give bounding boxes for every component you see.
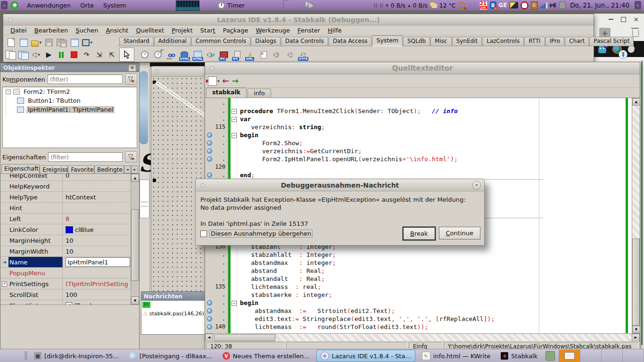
property-row-popupmenu[interactable]: PopupMenu <box>0 268 131 279</box>
palette-tab-chart[interactable]: Chart <box>565 37 589 46</box>
inspector-tab-favoriten[interactable]: Favoriten <box>68 165 94 173</box>
alarm-clock-icon[interactable] <box>520 1 528 9</box>
task-lazarus[interactable]: ✣Lazarus IDE v1.8.4 - Sta... <box>316 350 415 362</box>
trash-applet-icon[interactable] <box>283 1 284 8</box>
components-filter-input[interactable] <box>48 74 123 84</box>
pause-button[interactable] <box>56 49 67 60</box>
task-vivaldi[interactable]: VNeues Thema erstellen... <box>219 350 314 362</box>
palette-tab-standard[interactable]: Standard <box>119 37 154 46</box>
fold-minus-icon[interactable]: − <box>231 301 237 306</box>
menu-datei[interactable]: Datei <box>7 26 30 34</box>
palette-tab-synedit[interactable]: SynEdit <box>452 37 482 46</box>
messages-ok-line[interactable]: Pr <box>142 302 150 308</box>
distro-logo-icon[interactable] <box>10 1 18 9</box>
palette-tab-pascal-script[interactable]: Pascal Script <box>589 37 634 46</box>
palette-tab-misc[interactable]: Misc <box>430 37 452 46</box>
close-icon[interactable]: ✕ <box>634 16 639 23</box>
property-row-linkcolor[interactable]: LinkColorclBlue <box>0 224 131 235</box>
step-into-button[interactable]: ⇲ <box>94 49 105 60</box>
menu-hilfe[interactable]: Hilfe <box>324 26 345 34</box>
designer-titlebar[interactable] <box>151 66 205 77</box>
scroll-left-icon[interactable]: ◀ <box>205 334 213 342</box>
object-inspector-titlebar[interactable]: Objektinspektor ✕ <box>0 63 139 72</box>
scroll-right-icon[interactable]: ▶ <box>632 334 640 342</box>
ipc-client-icon[interactable]: IPC <box>231 49 243 61</box>
scrollbar-thumb[interactable] <box>131 209 139 281</box>
idle-timer-icon[interactable]: z² <box>152 49 164 61</box>
event-log-icon[interactable]: ≣ <box>258 49 269 61</box>
async-process-icon[interactable]: ⇄ <box>205 49 216 61</box>
fold-minus-icon[interactable]: − <box>231 133 237 138</box>
signal-bars-icon[interactable] <box>540 1 547 9</box>
network-applet-icon[interactable]: ((·)) <box>374 1 384 9</box>
menu-fenster[interactable]: Fenster <box>294 26 323 34</box>
ipc-server-icon[interactable]: IPC <box>218 49 230 61</box>
tabs-scroll-left-icon[interactable]: ◂ <box>124 165 131 173</box>
palette-tab-system[interactable]: System <box>372 35 403 46</box>
filter-funnel-icon[interactable] <box>125 151 137 163</box>
messages-titlebar[interactable]: Nachrichten <box>141 292 205 301</box>
palette-tab-data-controls[interactable]: Data Controls <box>281 37 328 46</box>
show-desktop-icon[interactable] <box>545 351 555 361</box>
step-over-button[interactable]: ↷ <box>81 49 92 60</box>
checkbox-icon[interactable] <box>200 230 207 237</box>
property-row-scrolldist[interactable]: ScrollDist100 <box>0 289 131 300</box>
palette-tab-ipro[interactable]: IPro <box>545 37 565 46</box>
menu-package[interactable]: Package <box>220 26 252 34</box>
property-row-showhints[interactable]: ShowHints✔(True) <box>0 300 131 305</box>
task-kwrite[interactable]: ✎info.html — KWrite <box>418 350 495 362</box>
task-stabkalk[interactable]: ✚Stabkalk <box>497 350 542 362</box>
run-button[interactable]: ▶ <box>43 49 55 60</box>
menu-suchen[interactable]: Suchen <box>72 26 101 34</box>
scroll-down-icon[interactable]: ▼ <box>632 326 640 333</box>
build-mode-button[interactable]: ▾ <box>31 49 42 60</box>
checkbox-icon[interactable]: ✔ <box>66 302 72 305</box>
speaker-icon[interactable]: ) <box>550 1 557 9</box>
expand-icon[interactable]: + <box>2 281 7 287</box>
service-manager-icon[interactable]: ✎ <box>271 49 282 61</box>
ignore-exception-checkbox[interactable]: Diesen Ausnahmetyp übergehen <box>200 230 313 238</box>
html-dataset-icon[interactable]: HTML <box>179 49 190 61</box>
property-value[interactable]: IpHtmlPanel1 <box>63 257 131 267</box>
tabs-scroll-right-icon[interactable]: ▸ <box>131 165 138 173</box>
scroll-up-icon[interactable]: ▲ <box>131 174 139 182</box>
close-icon[interactable]: ✕ <box>472 181 481 189</box>
menu-ansicht[interactable]: Ansicht <box>102 26 132 34</box>
editor-vertical-scrollbar[interactable]: ▲ ▼ <box>632 98 640 333</box>
view-units-button[interactable] <box>5 49 17 60</box>
daemon-icon[interactable] <box>284 49 296 61</box>
keyboard-layout-label[interactable]: GE <box>499 1 507 9</box>
property-row-helpcontext[interactable]: HelpContext0 <box>0 174 131 181</box>
palette-tab-sqldb[interactable]: SQLdb <box>403 37 430 46</box>
palette-tab-lazcontrols[interactable]: LazControls <box>482 37 524 46</box>
filter-funnel-icon[interactable] <box>125 74 137 85</box>
component-queue-icon[interactable]: oo««« <box>165 49 177 61</box>
source-editor-titlebar[interactable]: Quelltexteditor <box>205 62 640 74</box>
fold-minus-icon[interactable]: − <box>231 109 237 114</box>
palette-tab-additional[interactable]: Additional <box>154 37 191 46</box>
workspace-2[interactable] <box>580 350 601 362</box>
workspace-4[interactable] <box>622 350 644 362</box>
continue-button[interactable]: Continue <box>439 227 480 239</box>
workspace-1[interactable] <box>559 350 580 362</box>
palette-tab-common-controls[interactable]: Common Controls <box>191 37 251 46</box>
jump-back-icon[interactable]: ← <box>223 77 229 85</box>
property-grid-scrollbar[interactable]: ▲ ▼ <box>131 174 139 304</box>
property-row-marginwidth[interactable]: MarginWidth10 <box>0 246 131 257</box>
save-all-button[interactable] <box>56 37 67 48</box>
scrollbar-thumb[interactable] <box>632 239 640 326</box>
property-row-printsettings[interactable]: +PrintSettings(TIpHtmlPrintSetting <box>0 279 131 289</box>
menu-werkzeuge[interactable]: Werkzeuge <box>253 26 293 34</box>
jump-history-button[interactable]: ▾ <box>208 76 220 86</box>
timer-applet[interactable]: Timer <box>218 0 245 10</box>
scroll-up-icon[interactable]: ▲ <box>632 98 640 106</box>
system-monitor-applet[interactable] <box>176 0 199 11</box>
weather-icon[interactable] <box>430 1 437 9</box>
clipboard-icon[interactable]: G <box>531 1 538 9</box>
stop-button[interactable] <box>68 49 80 60</box>
display-settings-icon[interactable] <box>510 1 518 9</box>
tree-expander-icon[interactable]: − <box>6 89 11 94</box>
tree-item-button1[interactable]: Button1: TButton <box>3 96 137 105</box>
save-button[interactable] <box>43 37 55 48</box>
menu-projekt[interactable]: Projekt <box>168 26 196 34</box>
